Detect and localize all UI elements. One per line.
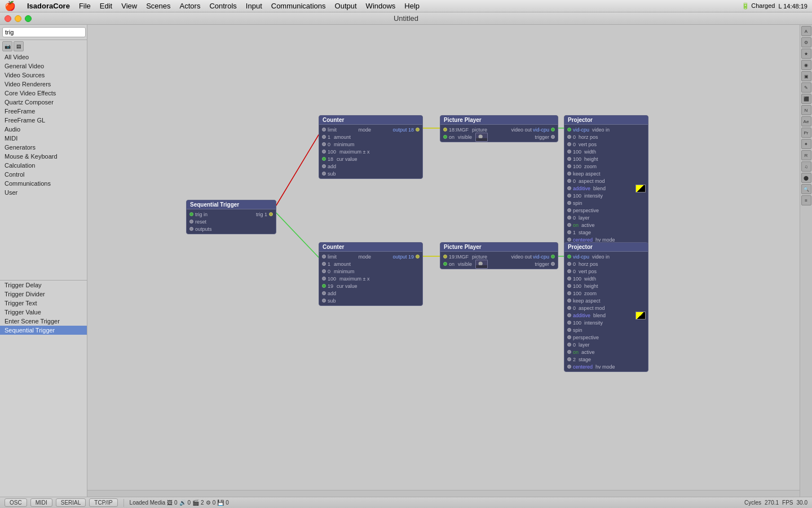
- node-projector1[interactable]: Projector vid-cpu video in 0horz pos 0ve…: [564, 115, 648, 245]
- category-all-video[interactable]: All Video: [0, 52, 87, 62]
- category-freeframe-gl[interactable]: FreeFrame GL: [0, 116, 87, 125]
- actor-trigger-text[interactable]: Trigger Text: [0, 299, 87, 308]
- pp1-picture-in[interactable]: [443, 128, 447, 132]
- category-midi[interactable]: MIDI: [0, 134, 87, 143]
- list-icon[interactable]: ▤: [14, 41, 24, 51]
- rt-icon-1[interactable]: A: [801, 26, 811, 36]
- rt-icon-5[interactable]: ▣: [801, 71, 811, 81]
- node-sequential-trigger[interactable]: Sequential Trigger trig in trig 1 reset …: [186, 200, 276, 234]
- menu-edit[interactable]: Edit: [100, 2, 112, 10]
- svg-rect-11: [476, 265, 487, 268]
- category-calculation[interactable]: Calculation: [0, 161, 87, 170]
- c1-curval-in[interactable]: [322, 157, 326, 161]
- menu-windows[interactable]: Windows: [366, 2, 396, 10]
- horizontal-scrollbar[interactable]: [87, 490, 800, 497]
- node-counter1[interactable]: Counter limit mode output 18 1 amount 0: [319, 115, 423, 179]
- canvas-area[interactable]: Sequential Trigger trig in trig 1 reset …: [87, 25, 800, 508]
- node-picture-player1[interactable]: Picture Player 18:IMGF picture video out…: [440, 115, 558, 142]
- c1-limit-in[interactable]: [322, 128, 326, 132]
- c1-max-in[interactable]: [322, 150, 326, 154]
- actor-sequential-trigger[interactable]: Sequential Trigger: [0, 326, 87, 335]
- menu-scenes[interactable]: Scenes: [146, 2, 170, 10]
- c1-sub-in[interactable]: [322, 172, 326, 176]
- window-controls[interactable]: [5, 15, 32, 22]
- category-audio[interactable]: Audio: [0, 125, 87, 134]
- tcpip-button[interactable]: TCP/IP: [89, 498, 117, 507]
- minimize-button[interactable]: [15, 15, 21, 22]
- port-trig-out[interactable]: [269, 212, 273, 216]
- menu-communications[interactable]: Communications: [271, 2, 326, 10]
- port-trig-in[interactable]: [189, 212, 193, 216]
- menu-isadoracore[interactable]: IsadoraCore: [27, 2, 70, 10]
- rt-icon-4[interactable]: ◉: [801, 60, 811, 70]
- pp2-thumbnail: [475, 260, 488, 269]
- pp2-vidout-out[interactable]: [551, 255, 555, 259]
- actor-trigger-value[interactable]: Trigger Value: [0, 308, 87, 317]
- rt-icon-11[interactable]: ✦: [801, 139, 811, 149]
- rt-icon-7[interactable]: ⬛: [801, 94, 811, 104]
- c1-output-out[interactable]: [416, 128, 420, 132]
- category-video-renderers[interactable]: Video Renderers: [0, 80, 87, 89]
- midi-button[interactable]: MIDI: [30, 498, 52, 507]
- rt-icon-2[interactable]: ⚙: [801, 37, 811, 47]
- category-video-sources[interactable]: Video Sources: [0, 71, 87, 80]
- c2-limit-in[interactable]: [322, 255, 326, 259]
- menu-input[interactable]: Input: [246, 2, 262, 10]
- camera-icon[interactable]: 📷: [2, 41, 12, 51]
- category-generators[interactable]: Generators: [0, 143, 87, 152]
- proj1-vidin[interactable]: [567, 128, 571, 132]
- rt-icon-15[interactable]: 🔍: [801, 184, 811, 194]
- node-projector2[interactable]: Projector vid-cpu video in 0horz pos 0ve…: [564, 242, 648, 372]
- rt-icon-3[interactable]: ★: [801, 49, 811, 59]
- port-reset[interactable]: [189, 220, 193, 224]
- pp1-trigger-out[interactable]: [551, 135, 555, 139]
- svg-line-0: [273, 132, 320, 210]
- rt-icon-13[interactable]: ♫: [801, 161, 811, 172]
- actor-list: Trigger Delay Trigger Divider Trigger Te…: [0, 280, 87, 508]
- rt-icon-10[interactable]: Pr: [801, 128, 811, 138]
- osc-button[interactable]: OSC: [5, 498, 27, 507]
- close-button[interactable]: [5, 15, 11, 22]
- apple-menu[interactable]: 🍎: [5, 1, 16, 11]
- c1-min-in[interactable]: [322, 142, 326, 146]
- node-counter2[interactable]: Counter limit mode output 19 1 amount 0: [319, 242, 423, 306]
- menu-actors[interactable]: Actors: [180, 2, 201, 10]
- menu-controls[interactable]: Controls: [209, 2, 236, 10]
- rt-icon-6[interactable]: ✎: [801, 82, 811, 93]
- actor-enter-scene-trigger[interactable]: Enter Scene Trigger: [0, 317, 87, 326]
- search-input[interactable]: [2, 27, 86, 37]
- category-control[interactable]: Control: [0, 170, 87, 179]
- rt-icon-12[interactable]: R: [801, 150, 811, 160]
- menu-output[interactable]: Output: [335, 2, 357, 10]
- rt-icon-14[interactable]: ⬤: [801, 173, 811, 183]
- menu-file[interactable]: File: [79, 2, 91, 10]
- svg-point-7: [479, 134, 483, 138]
- actor-trigger-delay[interactable]: Trigger Delay: [0, 281, 87, 290]
- rt-icon-8[interactable]: N: [801, 105, 811, 115]
- pp2-picture-in[interactable]: [443, 255, 447, 259]
- category-general-video[interactable]: General Video: [0, 62, 87, 71]
- category-user[interactable]: User: [0, 188, 87, 197]
- zoom-button[interactable]: [25, 15, 32, 22]
- window-title: Untitled: [394, 14, 418, 23]
- category-core-video-effects[interactable]: Core Video Effects: [0, 89, 87, 98]
- pp1-visible-in[interactable]: [443, 135, 447, 139]
- node-picture-player2[interactable]: Picture Player 19:IMGF picture video out…: [440, 242, 558, 269]
- proj2-blend-swatch: [636, 312, 646, 319]
- rt-icon-16[interactable]: ≡: [801, 195, 811, 205]
- category-freeframe[interactable]: FreeFrame: [0, 107, 87, 116]
- category-quartz-composer[interactable]: Quartz Composer: [0, 98, 87, 107]
- svg-point-10: [479, 261, 483, 265]
- menu-view[interactable]: View: [121, 2, 137, 10]
- category-mouse-keyboard[interactable]: Mouse & Keyboard: [0, 152, 87, 161]
- serial-button[interactable]: SERIAL: [56, 498, 86, 507]
- port-outputs[interactable]: [189, 227, 193, 231]
- rt-icon-9[interactable]: Ae: [801, 116, 811, 126]
- menu-help[interactable]: Help: [404, 2, 420, 10]
- c2-output-out[interactable]: [416, 255, 420, 259]
- pp1-vidout-out[interactable]: [551, 128, 555, 132]
- category-communications[interactable]: Communications: [0, 179, 87, 188]
- c1-amount-in[interactable]: [322, 135, 326, 139]
- actor-trigger-divider[interactable]: Trigger Divider: [0, 290, 87, 299]
- c1-add-in[interactable]: [322, 164, 326, 168]
